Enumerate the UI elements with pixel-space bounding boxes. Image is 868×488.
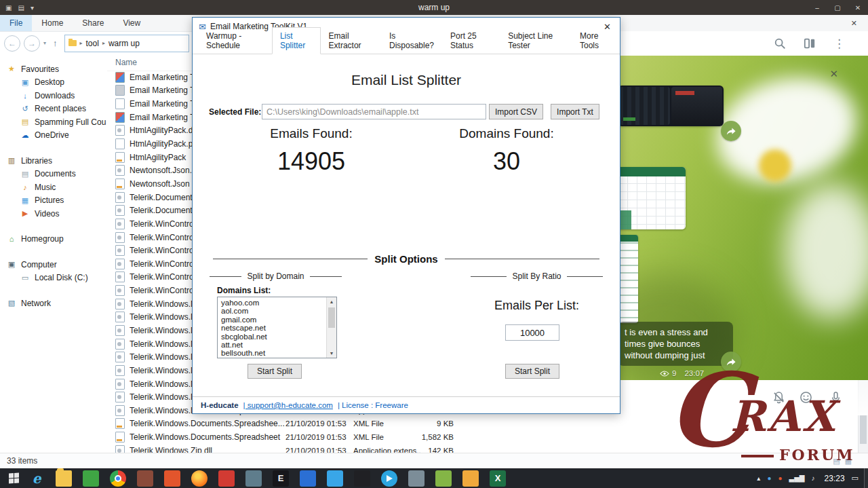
file-icon — [115, 192, 125, 203]
taskbar-icon[interactable] — [245, 470, 262, 487]
taskbar-icon[interactable] — [327, 470, 343, 487]
sidebar-item[interactable]: ↓ Downloads — [0, 89, 107, 102]
sidebar-item[interactable]: ♪ Music — [0, 181, 107, 194]
footer-email-link[interactable]: | support@h-educate.com — [243, 401, 333, 409]
app-icon[interactable]: ▣ — [5, 4, 12, 12]
menu-item[interactable]: Home — [32, 15, 73, 31]
media-thumbnail-dark[interactable] — [618, 86, 724, 126]
domain-list-item[interactable]: yahoo.com — [221, 299, 323, 307]
dialog-tab[interactable]: List Splitter — [272, 27, 321, 54]
selected-file-input[interactable] — [262, 104, 486, 119]
taskbar-icon[interactable]: e — [28, 470, 45, 487]
tray-icon[interactable]: ♪ — [812, 475, 815, 482]
taskbar-icon[interactable]: E — [273, 470, 289, 487]
tray-icon[interactable]: ● — [767, 475, 771, 482]
taskbar-icon[interactable] — [354, 470, 370, 487]
taskbar-icon[interactable] — [300, 470, 316, 487]
menu-item[interactable]: Share — [73, 15, 113, 31]
show-desktop-strip[interactable] — [864, 468, 868, 488]
sidebar-item[interactable]: ▤ Spamming Full Cou — [0, 115, 107, 129]
breadcrumb-current[interactable]: warm up — [108, 39, 140, 48]
domains-listbox[interactable]: yahoo.comaol.comgmail.comnetscape.netsbc… — [217, 297, 337, 358]
footer-brand-link[interactable]: H-educate — [201, 401, 239, 409]
taskbar-icon[interactable] — [218, 470, 235, 487]
sidebar-item[interactable]: ⌂ Homegroup — [0, 233, 107, 246]
taskbar-icon[interactable] — [83, 470, 99, 487]
dialog-tab[interactable]: More Tools — [572, 27, 620, 54]
kebab-menu-icon[interactable]: ⋮ — [833, 38, 845, 50]
taskbar-icon[interactable] — [56, 470, 72, 487]
menu-item[interactable]: File — [0, 15, 32, 31]
dialog-tab[interactable]: Port 25 Status — [442, 27, 500, 54]
taskbar-icon[interactable] — [381, 470, 397, 487]
forward-button[interactable]: → — [24, 35, 40, 52]
taskbar-icon[interactable] — [164, 470, 180, 487]
listbox-scrollbar[interactable]: ▲ ▼ — [326, 297, 336, 358]
sidebar-item[interactable]: ▶ Videos — [0, 207, 107, 221]
sidebar-item[interactable]: ▣ Computer — [0, 258, 107, 271]
dialog-tab[interactable]: Subject Line Tester — [500, 27, 572, 54]
start-button[interactable] — [0, 468, 27, 488]
domain-list-item[interactable]: bellsouth.net — [221, 349, 323, 357]
tray-icon[interactable]: ● — [778, 475, 782, 482]
taskbar-clock[interactable]: 23:23 — [825, 474, 845, 483]
media-close-icon[interactable]: ✕ — [829, 68, 838, 80]
sidebar-item[interactable]: ▧ Network — [0, 297, 107, 310]
maximize-button[interactable]: ▢ — [827, 0, 848, 15]
tray-icon[interactable]: ▴ — [757, 475, 760, 482]
import-csv-button[interactable]: Import CSV — [489, 104, 543, 119]
taskbar-icon[interactable] — [137, 470, 153, 487]
dialog-tab[interactable]: Warmup - Schedule — [198, 27, 272, 54]
scroll-down-icon[interactable]: ▼ — [330, 351, 334, 356]
dialog-tab[interactable]: Email Extractor — [321, 27, 381, 54]
close-button[interactable]: ✕ — [848, 0, 868, 15]
taskbar-icon[interactable] — [110, 470, 126, 487]
sidebar-item[interactable]: ▣ Desktop — [0, 76, 107, 90]
search-icon[interactable] — [774, 37, 786, 50]
sidebar-item[interactable]: ↺ Recent places — [0, 102, 107, 116]
domain-list-item[interactable]: att.net — [221, 341, 323, 349]
sidebar-item[interactable]: ★ Favourites — [0, 62, 107, 76]
minimize-button[interactable]: – — [807, 0, 827, 15]
secondary-close-icon[interactable]: ✕ — [840, 16, 868, 31]
dialog-tab-label: Port 25 Status — [450, 31, 477, 50]
back-button[interactable]: ← — [4, 35, 20, 52]
qat-dropdown-icon[interactable]: ▾ — [31, 4, 34, 12]
file-date: 21/10/2019 01:53 — [285, 433, 353, 441]
forward-share-button[interactable] — [721, 121, 741, 141]
domain-list-item[interactable]: netscape.net — [221, 324, 323, 332]
menu-item[interactable]: View — [113, 15, 150, 31]
scrollbar-thumb[interactable] — [328, 307, 335, 328]
sidebar-item[interactable]: ▦ Pictures — [0, 194, 107, 208]
sidebar-item[interactable]: ▭ Local Disk (C:) — [0, 271, 107, 285]
domain-list-item[interactable]: gmail.com — [221, 316, 323, 324]
folder-icon[interactable]: ▤ — [18, 4, 24, 12]
taskbar-icon[interactable] — [191, 470, 208, 487]
sidebar-item-icon: ↓ — [20, 92, 30, 100]
start-split-domain-button[interactable]: Start Split — [248, 364, 302, 379]
breadcrumb[interactable]: ▸ tool ▸ warm up — [64, 35, 189, 52]
tray-icon[interactable]: ▃▅▇ — [789, 475, 804, 482]
history-dropdown-icon[interactable]: ▾ — [43, 40, 46, 46]
scroll-up-icon[interactable]: ▲ — [330, 299, 334, 304]
taskbar-icon[interactable] — [462, 470, 479, 487]
layout-columns-icon[interactable] — [804, 37, 816, 50]
up-button[interactable]: ↑ — [50, 38, 61, 48]
emails-per-list-input[interactable] — [505, 324, 559, 341]
sidebar-item[interactable]: ▥ Libraries — [0, 154, 107, 168]
taskbar-icon[interactable] — [435, 470, 452, 487]
dialog-tab[interactable]: Is Disposable? — [381, 27, 442, 54]
sidebar-item[interactable]: ▤ Documents — [0, 168, 107, 181]
start-split-ratio-button[interactable]: Start Split — [505, 364, 559, 379]
file-size: 1,582 KB — [421, 433, 454, 441]
media-thumbnail-spreadsheet[interactable] — [614, 167, 686, 229]
domain-list-item[interactable]: sbcglobal.net — [221, 333, 323, 341]
breadcrumb-root[interactable]: tool — [86, 39, 99, 48]
domain-list-item[interactable]: aol.com — [221, 307, 323, 315]
import-txt-button[interactable]: Import Txt — [551, 104, 599, 119]
sidebar-item[interactable]: ☁ OneDrive — [0, 129, 107, 143]
taskbar-icon[interactable] — [408, 470, 425, 487]
action-center-icon[interactable]: ▭ — [852, 474, 859, 482]
taskbar-icon[interactable]: X — [490, 470, 506, 487]
file-name: Telerik.Windows.Documents.Spreadshee... — [130, 419, 285, 428]
